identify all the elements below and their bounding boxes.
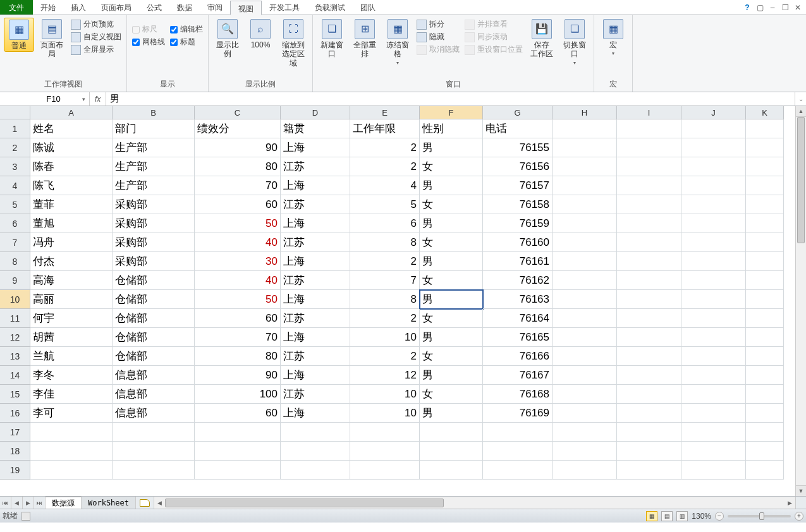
cell-I19[interactable] xyxy=(617,461,681,480)
cell-G13[interactable]: 76166 xyxy=(483,347,553,366)
btn-new-window[interactable]: ❏新建窗口 xyxy=(317,18,347,60)
cell-I4[interactable] xyxy=(617,176,681,195)
cell-G18[interactable] xyxy=(483,442,553,461)
cell-D4[interactable]: 上海 xyxy=(281,176,350,195)
cell-D9[interactable]: 江苏 xyxy=(281,271,350,290)
cell-C8[interactable]: 30 xyxy=(195,252,281,271)
btn-freeze-panes[interactable]: ▦冻结窗格▾ xyxy=(382,18,413,67)
cell-A2[interactable]: 陈诚 xyxy=(30,138,113,157)
cell-J12[interactable] xyxy=(681,328,746,347)
cell-F19[interactable] xyxy=(420,461,483,480)
cell-H1[interactable] xyxy=(553,119,617,138)
cell-A9[interactable]: 高海 xyxy=(30,271,113,290)
chk-headings-row[interactable]: 标题 xyxy=(170,37,203,47)
col-header-D[interactable]: D xyxy=(281,106,350,119)
cell-J6[interactable] xyxy=(681,214,746,233)
name-box[interactable]: F10 xyxy=(0,92,90,106)
btn-zoom-selection[interactable]: ⛶缩放到 选定区域 xyxy=(278,18,308,69)
cell-E12[interactable]: 10 xyxy=(350,328,420,347)
cell-D2[interactable]: 上海 xyxy=(281,138,350,157)
cell-C13[interactable]: 80 xyxy=(195,347,281,366)
btn-arrange-all[interactable]: ⊞全部重排 xyxy=(350,18,380,60)
row-header-14[interactable]: 14 xyxy=(0,366,30,385)
cell-G19[interactable] xyxy=(483,461,553,480)
cell-H10[interactable] xyxy=(553,290,617,309)
row-header-17[interactable]: 17 xyxy=(0,423,30,442)
cell-G6[interactable]: 76159 xyxy=(483,214,553,233)
row-header-5[interactable]: 5 xyxy=(0,195,30,214)
window-restore-icon[interactable]: ❐ xyxy=(781,3,790,12)
cell-J11[interactable] xyxy=(681,309,746,328)
cell-A11[interactable]: 何宇 xyxy=(30,309,113,328)
chk-gridlines[interactable] xyxy=(132,39,140,46)
row-header-13[interactable]: 13 xyxy=(0,347,30,366)
cell-A18[interactable] xyxy=(30,442,113,461)
cell-C2[interactable]: 90 xyxy=(195,138,281,157)
cell-E9[interactable]: 7 xyxy=(350,271,420,290)
col-header-H[interactable]: H xyxy=(553,106,617,119)
cell-C17[interactable] xyxy=(195,423,281,442)
cell-B18[interactable] xyxy=(113,442,195,461)
col-header-J[interactable]: J xyxy=(681,106,746,119)
cell-A3[interactable]: 陈春 xyxy=(30,157,113,176)
cell-D6[interactable]: 上海 xyxy=(281,214,350,233)
cell-B1[interactable]: 部门 xyxy=(113,119,195,138)
cell-G16[interactable]: 76169 xyxy=(483,404,553,423)
btn-full-screen[interactable]: 全屏显示 xyxy=(71,44,121,55)
zoom-in-icon[interactable]: + xyxy=(795,512,803,521)
cell-B3[interactable]: 生产部 xyxy=(113,157,195,176)
cell-A13[interactable]: 兰航 xyxy=(30,347,113,366)
cell-D17[interactable] xyxy=(281,423,350,442)
cell-F10[interactable]: 男 xyxy=(420,290,483,309)
cell-H13[interactable] xyxy=(553,347,617,366)
cell-I6[interactable] xyxy=(617,214,681,233)
cell-J1[interactable] xyxy=(681,119,746,138)
cell-G15[interactable]: 76168 xyxy=(483,385,553,404)
cell-G3[interactable]: 76156 xyxy=(483,157,553,176)
cell-A10[interactable]: 高丽 xyxy=(30,290,113,309)
view-normal-icon[interactable]: ▦ xyxy=(646,511,657,521)
cell-A5[interactable]: 董菲 xyxy=(30,195,113,214)
cell-I5[interactable] xyxy=(617,195,681,214)
cell-D16[interactable]: 上海 xyxy=(281,404,350,423)
cell-F17[interactable] xyxy=(420,423,483,442)
cell-E18[interactable] xyxy=(350,442,420,461)
cell-D18[interactable] xyxy=(281,442,350,461)
btn-page-break-preview[interactable]: 分页预览 xyxy=(71,19,121,30)
cell-H19[interactable] xyxy=(553,461,617,480)
cell-G14[interactable]: 76167 xyxy=(483,366,553,385)
cell-I12[interactable] xyxy=(617,328,681,347)
cell-C12[interactable]: 70 xyxy=(195,328,281,347)
cell-E4[interactable]: 4 xyxy=(350,176,420,195)
col-header-E[interactable]: E xyxy=(350,106,420,119)
tab-公式[interactable]: 公式 xyxy=(139,0,169,15)
tab-负载测试[interactable]: 负载测试 xyxy=(307,0,353,15)
cell-E14[interactable]: 12 xyxy=(350,366,420,385)
scroll-up-icon[interactable]: ▲ xyxy=(796,106,806,117)
cell-J16[interactable] xyxy=(681,404,746,423)
col-header-C[interactable]: C xyxy=(195,106,281,119)
cell-J18[interactable] xyxy=(681,442,746,461)
cell-H12[interactable] xyxy=(553,328,617,347)
tab-插入[interactable]: 插入 xyxy=(63,0,94,15)
cell-G7[interactable]: 76160 xyxy=(483,233,553,252)
cell-I1[interactable] xyxy=(617,119,681,138)
cell-D14[interactable]: 上海 xyxy=(281,366,350,385)
macro-record-icon[interactable] xyxy=(21,512,30,521)
cell-K1[interactable] xyxy=(746,119,784,138)
tab-开发工具[interactable]: 开发工具 xyxy=(262,0,307,15)
hscroll-left-icon[interactable]: ◀ xyxy=(154,500,165,506)
cell-H4[interactable] xyxy=(553,176,617,195)
row-header-1[interactable]: 1 xyxy=(0,119,30,138)
cell-G12[interactable]: 76165 xyxy=(483,328,553,347)
cell-J4[interactable] xyxy=(681,176,746,195)
cell-C16[interactable]: 60 xyxy=(195,404,281,423)
cell-E17[interactable] xyxy=(350,423,420,442)
cell-G10[interactable]: 76163 xyxy=(483,290,553,309)
row-header-19[interactable]: 19 xyxy=(0,461,30,480)
cell-F8[interactable]: 男 xyxy=(420,252,483,271)
cell-J15[interactable] xyxy=(681,385,746,404)
btn-save-workspace[interactable]: 💾保存 工作区 xyxy=(527,18,557,60)
cell-H14[interactable] xyxy=(553,366,617,385)
cell-I7[interactable] xyxy=(617,233,681,252)
